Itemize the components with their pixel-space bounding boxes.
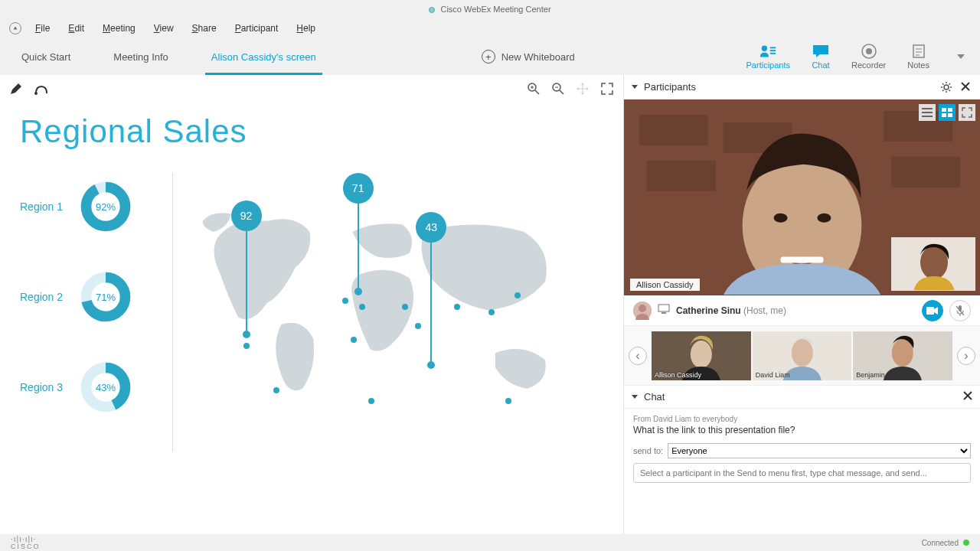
recorder-icon bbox=[860, 44, 878, 59]
zoom-in-icon[interactable] bbox=[527, 82, 541, 96]
thumb-item[interactable]: David Liam bbox=[753, 331, 852, 380]
notes-button[interactable]: Notes bbox=[907, 44, 929, 70]
svg-rect-49 bbox=[922, 108, 933, 109]
svg-rect-60 bbox=[658, 305, 669, 311]
chat-body: From David Liam to everybody What is the… bbox=[624, 409, 980, 489]
sendto-label: send to: bbox=[633, 446, 663, 455]
fullscreen-icon[interactable] bbox=[600, 82, 614, 96]
svg-rect-7 bbox=[913, 45, 924, 57]
thumb-item[interactable]: Allison Cassidy bbox=[652, 331, 751, 380]
donut-chart: 92% bbox=[80, 181, 132, 233]
recorder-button[interactable]: Recorder bbox=[851, 44, 886, 70]
close-icon[interactable] bbox=[963, 391, 972, 403]
move-icon[interactable] bbox=[576, 82, 590, 96]
thumbs-prev-button[interactable]: ‹ bbox=[629, 347, 647, 365]
thumb-item[interactable]: Benjamin Lee bbox=[853, 331, 952, 380]
participants-icon bbox=[759, 44, 777, 59]
menu-participant[interactable]: Participant bbox=[235, 23, 279, 34]
side-panel: Participants bbox=[623, 75, 980, 534]
pointer-icon[interactable] bbox=[34, 82, 47, 96]
menu-help[interactable]: Help bbox=[296, 23, 315, 34]
chat-panel-header[interactable]: Chat bbox=[624, 386, 980, 409]
svg-line-17 bbox=[560, 90, 564, 94]
svg-line-32 bbox=[942, 83, 944, 85]
svg-point-69 bbox=[792, 339, 813, 367]
app-indicator-icon bbox=[429, 7, 435, 13]
svg-point-0 bbox=[762, 46, 767, 51]
chat-button[interactable]: Chat bbox=[812, 44, 830, 70]
menu-meeting[interactable]: Meeting bbox=[103, 23, 136, 34]
map-dot bbox=[243, 343, 250, 349]
svg-rect-48 bbox=[781, 257, 824, 263]
svg-rect-40 bbox=[639, 115, 708, 145]
svg-point-11 bbox=[34, 92, 38, 95]
content-tabs: Quick Start Meeting Info Alison Cassidy'… bbox=[0, 38, 596, 75]
list-view-icon[interactable] bbox=[919, 104, 936, 121]
map-dot bbox=[273, 387, 279, 393]
close-icon[interactable] bbox=[960, 81, 972, 93]
menu-view[interactable]: View bbox=[154, 23, 174, 34]
self-view[interactable] bbox=[891, 237, 975, 291]
app-title: Cisco WebEx Meeting Center bbox=[440, 5, 550, 14]
pencil-icon[interactable] bbox=[9, 82, 23, 96]
svg-point-47 bbox=[817, 214, 831, 223]
camera-button[interactable] bbox=[922, 300, 943, 321]
gear-icon[interactable] bbox=[940, 81, 952, 93]
svg-point-46 bbox=[774, 214, 788, 223]
region-donuts: Region 1 92% Region 2 71% bbox=[20, 173, 173, 452]
map-dot bbox=[505, 398, 511, 404]
thumbs-next-button[interactable]: › bbox=[957, 347, 975, 365]
presentation-slide: Regional Sales Region 1 92% Region 2 bbox=[0, 75, 623, 467]
annotation-toolbar bbox=[0, 75, 623, 103]
zoom-out-icon[interactable] bbox=[551, 82, 565, 96]
svg-rect-1 bbox=[770, 47, 776, 48]
map-dot bbox=[454, 304, 460, 310]
chat-message: What is the link to this presentation fi… bbox=[633, 425, 971, 435]
svg-rect-54 bbox=[942, 113, 946, 117]
panel-menu-dropdown[interactable] bbox=[957, 54, 965, 59]
svg-line-33 bbox=[949, 90, 951, 91]
menu-file[interactable]: File bbox=[35, 23, 50, 34]
window-titlebar: Cisco WebEx Meeting Center bbox=[0, 0, 980, 18]
sendto-select[interactable]: Everyone bbox=[668, 443, 971, 458]
slide-title: Regional Sales bbox=[20, 113, 603, 150]
connection-status: Connected bbox=[922, 539, 959, 547]
chat-from-label: From David Liam to everybody bbox=[633, 415, 971, 423]
main-toolbar: Quick Start Meeting Info Alison Cassidy'… bbox=[0, 38, 980, 75]
chat-input[interactable] bbox=[633, 463, 971, 483]
expand-video-icon[interactable] bbox=[959, 104, 975, 121]
participants-button[interactable]: Participants bbox=[746, 44, 790, 70]
svg-point-59 bbox=[639, 305, 646, 312]
grid-view-icon[interactable] bbox=[939, 104, 956, 121]
map-pin: 43 bbox=[416, 212, 446, 369]
map-dot bbox=[368, 398, 374, 404]
host-name: Catherine Sinu (Host, me) bbox=[676, 305, 786, 316]
tab-new-whiteboard[interactable]: + New Whiteboard bbox=[460, 38, 596, 75]
screen-share-icon bbox=[658, 304, 670, 317]
menu-share[interactable]: Share bbox=[192, 23, 217, 34]
svg-rect-4 bbox=[813, 45, 828, 54]
tab-quickstart[interactable]: Quick Start bbox=[0, 38, 92, 75]
participants-panel-header[interactable]: Participants bbox=[624, 75, 980, 99]
svg-line-13 bbox=[535, 90, 539, 94]
mute-button[interactable] bbox=[949, 300, 971, 321]
svg-rect-61 bbox=[662, 312, 666, 314]
chevron-down-icon bbox=[632, 85, 638, 89]
plus-icon: + bbox=[482, 50, 495, 64]
cisco-logo: ·ı|ı·ı|ı· CISCO bbox=[11, 535, 41, 550]
svg-rect-50 bbox=[922, 112, 933, 113]
collapse-toggle-icon[interactable] bbox=[9, 22, 21, 34]
svg-line-34 bbox=[942, 90, 944, 91]
map-dot bbox=[514, 292, 521, 298]
tab-sharedscreen[interactable]: Alison Cassidy's screen bbox=[190, 38, 338, 75]
svg-rect-51 bbox=[922, 116, 933, 117]
tab-meetinginfo[interactable]: Meeting Info bbox=[92, 38, 190, 75]
svg-rect-3 bbox=[770, 53, 776, 54]
menu-edit[interactable]: Edit bbox=[68, 23, 84, 34]
shared-screen-area: Regional Sales Region 1 92% Region 2 bbox=[0, 75, 623, 534]
map-pin: 71 bbox=[343, 173, 374, 295]
host-row: Catherine Sinu (Host, me) bbox=[624, 295, 980, 326]
map-pin: 92 bbox=[231, 201, 262, 338]
map-dot bbox=[402, 304, 408, 310]
svg-point-6 bbox=[866, 48, 872, 54]
